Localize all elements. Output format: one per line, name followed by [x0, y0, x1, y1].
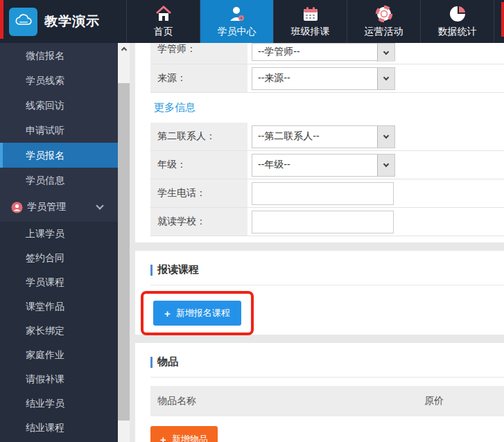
chevron-down-icon [383, 48, 389, 54]
section-marker-bar [150, 357, 153, 368]
grade-select[interactable]: --年级-- [252, 154, 395, 177]
source-select-chevron[interactable] [377, 68, 394, 89]
enrolled-courses-card: 报读课程 + 新增报名课程 [135, 251, 504, 335]
second-contact-label: 第二联系人： [150, 123, 247, 150]
cloud-icon [13, 11, 34, 32]
school-label: 就读学校： [150, 208, 247, 236]
sidebar-item-finished-courses[interactable]: 结业课程 [0, 416, 118, 440]
app-title: 教学演示 [44, 12, 100, 30]
add-enrollment-course-label: 新增报名课程 [176, 307, 230, 319]
grade-value-cell: --年级-- [247, 151, 504, 179]
tab-class-schedule-label: 班级排课 [291, 26, 330, 38]
advisor-value-cell: --学管师-- [247, 43, 504, 64]
sidebar-group-student-management[interactable]: 学员管理 [0, 193, 118, 222]
grade-select-chevron[interactable] [377, 154, 394, 176]
form-row-source: 来源： --来源-- [150, 64, 504, 93]
main-wrap: 微信报名 学员线索 线索回访 申请试听 学员报名 学员信息 学员管理 上课学员 … [0, 43, 504, 442]
sidebar-item-graduated-students[interactable]: 结业学员 [0, 391, 118, 416]
sidebar-item-trial-request[interactable]: 申请试听 [0, 118, 118, 143]
sidebar-item-student-leads[interactable]: 学员线索 [0, 68, 118, 93]
section-divider [150, 377, 504, 378]
tab-home-label: 首页 [154, 26, 173, 38]
chevron-down-icon [383, 161, 389, 166]
tab-student-center-label: 学员中心 [218, 26, 257, 38]
goods-table-header: 物品名称 原价 [150, 386, 504, 416]
form-table-more: 第二联系人： --第二联系人-- 年级： --年级-- [150, 123, 504, 236]
sidebar-item-student-info[interactable]: 学员信息 [0, 168, 118, 193]
source-label: 来源： [150, 64, 247, 92]
sidebar-item-contracts[interactable]: 签约合同 [0, 246, 118, 270]
tab-class-schedule[interactable]: 班级排课 [273, 0, 347, 43]
chevron-up-icon [121, 47, 126, 53]
advisor-label: 学管师： [150, 43, 247, 64]
section-marker-bar [150, 265, 153, 276]
form-row-advisor: 学管师： --学管师-- [150, 43, 504, 64]
grade-label: 年级： [150, 151, 247, 179]
tab-statistics-label: 数据统计 [438, 26, 477, 38]
school-input[interactable] [252, 211, 394, 233]
goods-section-header: 物品 [150, 343, 504, 369]
student-phone-input[interactable] [252, 182, 394, 205]
goods-card: 物品 物品名称 原价 + 新增物品 [135, 343, 504, 442]
sidebar-item-student-courses[interactable]: 学员课程 [0, 270, 118, 294]
nav-tabs: 首页 学员中心 [126, 0, 504, 43]
student-phone-label: 学生电话： [150, 179, 247, 207]
school-value-cell [247, 208, 504, 236]
more-info-link[interactable]: 更多信息 [154, 101, 195, 113]
courses-section-header: 报读课程 [150, 251, 504, 276]
app-window: 教学演示 首页 学员中心 [0, 0, 504, 442]
brand: 教学演示 [3, 0, 126, 43]
user-badge-icon [11, 202, 23, 213]
plus-icon: + [160, 434, 166, 442]
more-info-row: 更多信息 [150, 93, 504, 123]
tab-operations[interactable]: 运营活动 [347, 0, 420, 43]
sidebar-item-active-students[interactable]: 上课学员 [0, 222, 118, 246]
form-table-top: 学管师： --学管师-- 来源： --来源-- [150, 43, 504, 93]
tab-home[interactable]: 首页 [126, 0, 200, 43]
grade-select-value: --年级-- [252, 154, 377, 176]
main-content: 学管师： --学管师-- 来源： --来源-- [130, 43, 504, 442]
courses-section-title: 报读课程 [157, 263, 199, 276]
scrollbar-up-arrow[interactable] [118, 43, 130, 55]
advisor-select[interactable]: --学管师-- [252, 43, 395, 61]
add-goods-label: 新增物品 [172, 433, 208, 442]
top-navbar: 教学演示 首页 学员中心 [0, 0, 504, 43]
vertical-scrollbar[interactable] [118, 43, 130, 442]
lifebuoy-icon [375, 5, 393, 23]
sidebar-item-class-works[interactable]: 课堂作品 [0, 294, 118, 319]
second-contact-select-chevron[interactable] [377, 126, 394, 148]
second-contact-select-value: --第二联系人-- [252, 126, 377, 148]
form-row-second-contact: 第二联系人： --第二联系人-- [150, 123, 504, 151]
sidebar-item-homework[interactable]: 家庭作业 [0, 343, 118, 367]
sidebar-submenu: 上课学员 签约合同 学员课程 课堂作品 家长绑定 家庭作业 请假补课 结业学员 … [0, 222, 118, 442]
red-highlight-annotation: + 新增报名课程 [141, 291, 254, 335]
tab-student-center[interactable]: 学员中心 [200, 0, 273, 43]
tab-statistics[interactable]: 数据统计 [420, 0, 494, 43]
form-row-student-phone: 学生电话： [150, 179, 504, 208]
add-enrollment-course-button[interactable]: + 新增报名课程 [153, 301, 241, 326]
sidebar-item-parent-binding[interactable]: 家长绑定 [0, 319, 118, 343]
goods-section-title: 物品 [157, 355, 178, 369]
form-row-grade: 年级： --年级-- [150, 151, 504, 179]
add-goods-button[interactable]: + 新增物品 [150, 426, 218, 442]
sidebar: 微信报名 学员线索 线索回访 申请试听 学员报名 学员信息 学员管理 上课学员 … [0, 43, 118, 442]
enrollment-form-card: 学管师： --学管师-- 来源： --来源-- [135, 43, 504, 242]
second-contact-value-cell: --第二联系人-- [247, 123, 504, 150]
tab-operations-label: 运营活动 [365, 26, 403, 38]
sidebar-item-student-enrollment[interactable]: 学员报名 [0, 143, 118, 168]
form-row-school: 就读学校： [150, 208, 504, 236]
scrollbar-thumb[interactable] [118, 83, 130, 421]
chevron-down-icon [383, 74, 389, 80]
home-icon [155, 5, 173, 23]
second-contact-select[interactable]: --第二联系人-- [252, 125, 395, 148]
advisor-select-chevron[interactable] [377, 44, 394, 62]
cloud-logo-icon [9, 8, 37, 36]
sidebar-item-wechat-signup[interactable]: 微信报名 [0, 43, 118, 68]
source-select[interactable]: --来源-- [252, 67, 395, 90]
source-value-cell: --来源-- [247, 64, 504, 92]
section-divider [150, 285, 504, 285]
sidebar-item-leave-makeup[interactable]: 请假补课 [0, 367, 118, 391]
student-center-icon [228, 5, 246, 23]
goods-price-column-header: 原价 [424, 395, 504, 407]
sidebar-item-lead-followup[interactable]: 线索回访 [0, 93, 118, 118]
